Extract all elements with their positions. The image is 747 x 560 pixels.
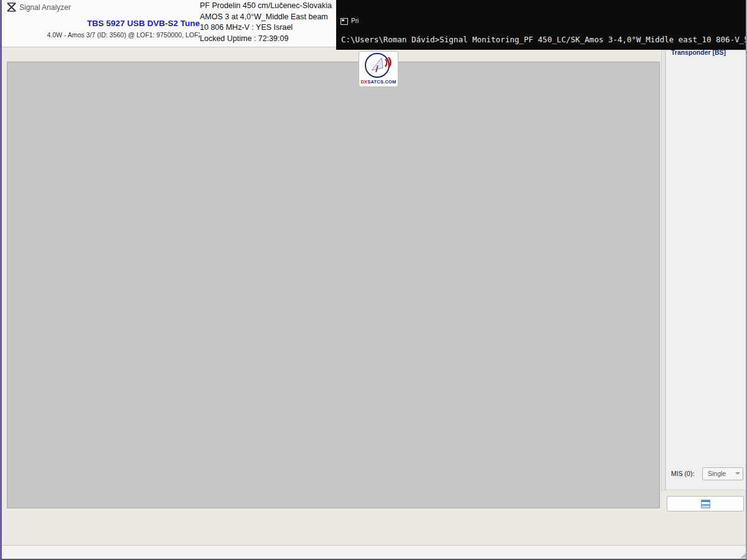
- resize-grip[interactable]: [740, 551, 747, 558]
- statusbar: [2, 546, 747, 559]
- antenna-info: PF Prodelin 450 cm/Lučenec-Slovakia AMOS…: [200, 1, 336, 44]
- transponder-list-button[interactable]: [667, 496, 744, 511]
- antenna-line-3: 10 806 MHz-V : YES Israel: [200, 22, 332, 34]
- app-icon: [7, 2, 16, 12]
- status-indicators: [2, 514, 747, 545]
- satellite-dish-icon: [359, 52, 398, 79]
- antenna-line-4: Locked Uptime : 72:39:09: [200, 34, 332, 45]
- world-clocks: [357, 1, 747, 29]
- list-icon: [701, 500, 710, 508]
- antenna-line-2: AMOS 3 at 4,0°W_Middle East beam: [200, 12, 332, 23]
- mis-value: Single: [708, 470, 726, 477]
- sidebar-splitter[interactable]: [661, 50, 665, 490]
- dxsatcs-logo: DXSATCS.COM: [359, 51, 398, 87]
- cmd-command-line: C:\Users\Roman Dávid>Signal Monitoring_P…: [341, 35, 747, 44]
- signal-chart-panel: [7, 62, 660, 508]
- chevron-down-icon: [735, 472, 740, 475]
- logo-text: DXSATCS.COM: [359, 79, 398, 85]
- mis-label: MIS (0):: [671, 470, 694, 477]
- chart-legend: [7, 66, 659, 78]
- mis-select[interactable]: Single: [702, 467, 743, 480]
- antenna-line-1: PF Prodelin 450 cm/Lučenec-Slovakia: [200, 1, 332, 12]
- transponder-sidebar: Transponder [BS] MIS (0): Single: [665, 50, 747, 490]
- cmd-icon: [341, 18, 348, 25]
- window-title: Signal Analyzer: [19, 3, 71, 12]
- signal-chart: [7, 78, 659, 508]
- signal-analyzer-window: Signal Analyzer TBS 5927 USB DVB-S2 Tune…: [0, 0, 747, 560]
